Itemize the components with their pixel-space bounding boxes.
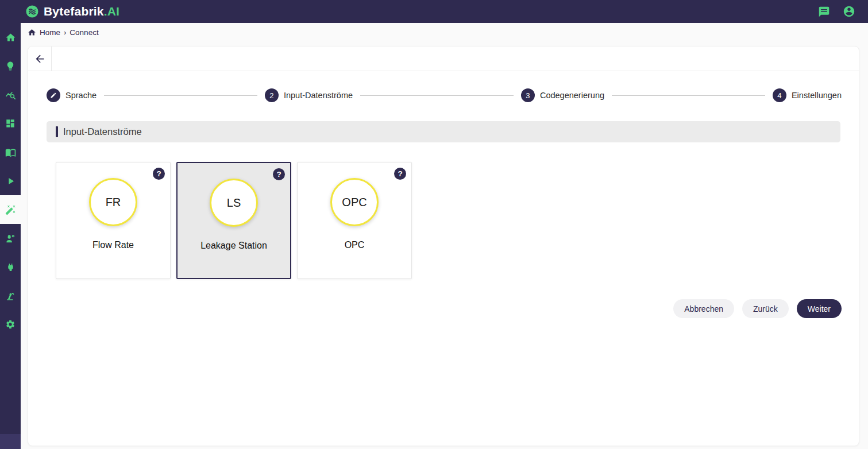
section-title: Input-Datenströme <box>63 126 142 137</box>
breadcrumb-home-icon <box>28 28 36 37</box>
datastream-card-opc[interactable]: ? OPC OPC <box>297 162 412 279</box>
wizard-toolbar <box>28 47 859 71</box>
breadcrumb: Home › Connect <box>28 28 99 37</box>
datastream-abbr: OPC <box>342 196 367 209</box>
datastream-card-flow-rate[interactable]: ? FR Flow Rate <box>56 162 171 279</box>
step-1-indicator <box>47 88 60 102</box>
magic-wand-icon <box>5 204 16 215</box>
play-icon <box>5 176 16 187</box>
datastream-label: Flow Rate <box>56 240 170 250</box>
dashboard-icon <box>5 118 16 129</box>
sidebar-footer <box>0 434 21 449</box>
stepper-line <box>104 95 257 96</box>
datastream-label: OPC <box>298 240 411 250</box>
top-header-bar: Bytefabrik.AI <box>0 0 868 23</box>
sidebar-item-connect[interactable] <box>0 253 21 281</box>
account-icon[interactable] <box>843 5 855 18</box>
sidebar-item-engineering[interactable] <box>0 224 21 253</box>
datastream-abbr: LS <box>227 196 241 210</box>
datastream-card-leakage-station[interactable]: ? LS Leakage Station <box>176 162 291 279</box>
home-icon <box>5 32 16 43</box>
datastream-avatar: OPC <box>330 178 379 226</box>
back-step-button[interactable]: Zurück <box>742 299 789 318</box>
sidebar-item-automation[interactable] <box>0 281 21 310</box>
sidebar-item-wizard-active[interactable] <box>0 195 21 224</box>
next-button[interactable]: Weiter <box>797 299 842 318</box>
chat-icon[interactable] <box>818 6 830 18</box>
engineer-icon <box>5 233 16 244</box>
power-plug-icon <box>6 262 16 272</box>
gear-icon <box>5 319 16 330</box>
brand-name: Bytefabrik.AI <box>44 5 119 18</box>
step-input-datenstroeme[interactable]: 2 Input-Datenströme <box>265 88 353 102</box>
main-content: Home › Connect Sprache 2 <box>21 23 868 449</box>
step-4-label: Einstellungen <box>792 91 842 100</box>
chart-search-icon <box>5 90 16 100</box>
sidebar-spacer <box>0 339 21 434</box>
edit-icon <box>50 92 57 99</box>
help-icon[interactable]: ? <box>273 168 285 180</box>
sidebar-item-home[interactable] <box>0 23 21 52</box>
wizard-card: Sprache 2 Input-Datenströme 3 Codegeneri… <box>28 46 859 446</box>
step-einstellungen[interactable]: 4 Einstellungen <box>773 88 842 102</box>
sidebar-nav <box>0 23 21 449</box>
stepper-line <box>612 95 765 96</box>
breadcrumb-home-link[interactable]: Home <box>40 28 60 37</box>
step-2-label: Input-Datenströme <box>284 91 353 100</box>
back-arrow-icon <box>34 53 46 65</box>
section-accent-bar <box>56 126 58 137</box>
brand-logo: Bytefabrik.AI <box>25 5 119 18</box>
breadcrumb-separator: › <box>64 28 66 37</box>
step-codegenerierung[interactable]: 3 Codegenerierung <box>521 88 604 102</box>
wizard-stepper: Sprache 2 Input-Datenströme 3 Codegeneri… <box>28 71 859 121</box>
sidebar-item-dashboard[interactable] <box>0 109 21 138</box>
robot-arm-icon <box>5 291 16 301</box>
sidebar-item-docs[interactable] <box>0 138 21 167</box>
step-sprache[interactable]: Sprache <box>47 88 97 102</box>
help-icon[interactable]: ? <box>394 168 406 180</box>
book-icon <box>5 147 16 158</box>
sidebar-item-settings[interactable] <box>0 310 21 339</box>
datastream-cards-row: ? FR Flow Rate ? LS Leakage Station ? OP… <box>56 162 840 279</box>
datastream-abbr: FR <box>106 196 121 209</box>
section-header: Input-Datenströme <box>47 121 840 142</box>
breadcrumb-current: Connect <box>70 28 98 37</box>
sidebar-item-ideas[interactable] <box>0 52 21 80</box>
lightbulb-icon <box>5 61 16 71</box>
stepper-line <box>360 95 514 96</box>
sidebar-item-analytics[interactable] <box>0 80 21 109</box>
sidebar-item-run[interactable] <box>0 167 21 195</box>
step-1-label: Sprache <box>65 91 97 100</box>
step-2-indicator: 2 <box>265 88 279 102</box>
step-3-label: Codegenerierung <box>540 91 604 100</box>
wizard-actions: Abbrechen Zurück Weiter <box>28 299 842 318</box>
cancel-button[interactable]: Abbrechen <box>673 299 734 318</box>
datastream-avatar: FR <box>89 178 137 226</box>
back-button[interactable] <box>28 47 52 71</box>
bytefabrik-logo-icon <box>25 5 39 18</box>
step-3-indicator: 3 <box>521 88 535 102</box>
step-4-indicator: 4 <box>773 88 786 102</box>
help-icon[interactable]: ? <box>153 168 165 180</box>
datastream-avatar: LS <box>210 179 258 227</box>
datastream-label: Leakage Station <box>178 241 290 251</box>
